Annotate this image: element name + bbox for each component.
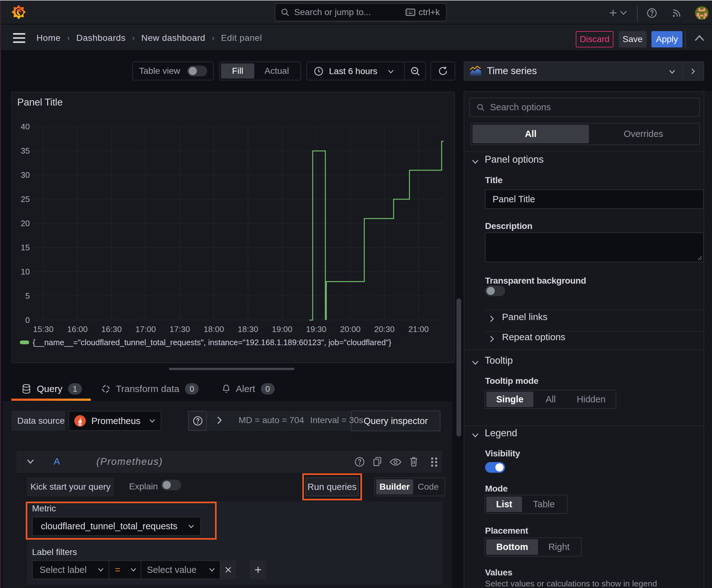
svg-text:17:00: 17:00 [135, 324, 156, 334]
svg-text:20:30: 20:30 [374, 324, 395, 334]
svg-text:19:30: 19:30 [306, 324, 326, 334]
svg-text:20:00: 20:00 [340, 324, 360, 334]
svg-text:19:00: 19:00 [272, 324, 292, 334]
svg-text:15: 15 [21, 243, 30, 252]
svg-text:30: 30 [21, 170, 30, 180]
svg-text:15:30: 15:30 [33, 324, 53, 334]
svg-text:16:00: 16:00 [67, 324, 88, 334]
svg-text:40: 40 [21, 122, 30, 131]
svg-text:{__name__="cloudflared_tunnel_: {__name__="cloudflared_tunnel_total_requ… [33, 338, 391, 347]
svg-text:17:30: 17:30 [170, 324, 190, 334]
svg-text:35: 35 [21, 146, 30, 155]
svg-text:10: 10 [21, 267, 30, 276]
svg-text:16:30: 16:30 [102, 324, 122, 334]
svg-text:21:00: 21:00 [408, 324, 429, 334]
svg-text:5: 5 [25, 291, 30, 300]
svg-text:18:00: 18:00 [204, 324, 224, 334]
svg-text:20: 20 [21, 218, 30, 228]
svg-text:18:30: 18:30 [238, 324, 258, 334]
svg-text:0: 0 [25, 315, 30, 325]
svg-text:25: 25 [21, 194, 30, 204]
